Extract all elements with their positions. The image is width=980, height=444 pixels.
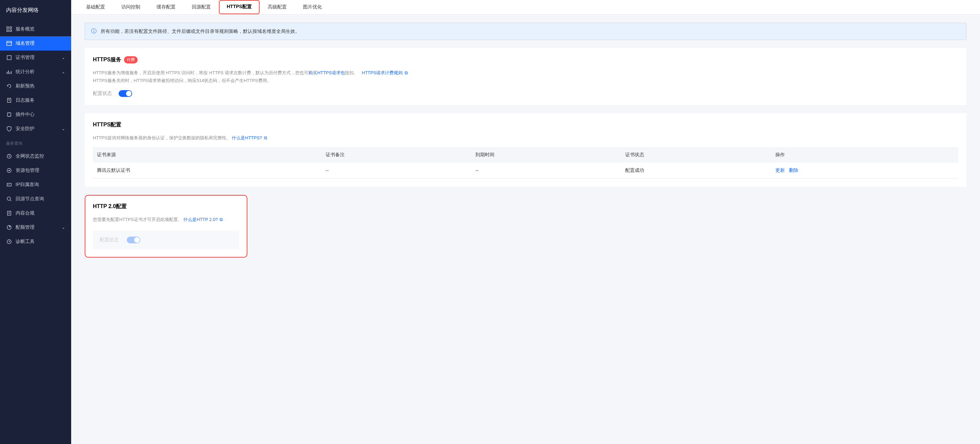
sidebar-item-label: 配额管理 — [16, 224, 35, 231]
plugin-icon — [6, 111, 12, 118]
sidebar-item-cert[interactable]: 证书管理 ⌄ — [0, 51, 71, 65]
sidebar-item-label: 统计分析 — [16, 69, 35, 75]
external-link-icon: ⧉ — [262, 135, 267, 140]
link-what-is-http2[interactable]: 什么是HTTP 2.0? — [183, 217, 218, 222]
config-row-https-service: 配置状态 — [93, 90, 958, 97]
card-https-config: HTTPS配置 HTTPS提供对网络服务器的身份认证，保护交换数据的隐私和完整性… — [85, 113, 966, 187]
sidebar-section-label: 服务查询 — [0, 136, 71, 149]
link-buy-https-package[interactable]: 购买HTTPS请求包 — [309, 70, 345, 75]
cert-icon — [6, 54, 12, 60]
sidebar-item-ip[interactable]: IP归属查询 — [0, 178, 71, 192]
desc-prefix: HTTPS服务为增值服务，开启后使用 HTTPS 访问时，将按 HTTPS 请求… — [93, 70, 309, 75]
compliance-icon — [6, 210, 12, 216]
sidebar-item-label: 证书管理 — [16, 54, 35, 60]
chevron-down-icon: ⌄ — [62, 55, 65, 60]
domain-icon — [6, 40, 12, 46]
tab-basic[interactable]: 基础配置 — [78, 0, 113, 14]
svg-rect-1 — [10, 27, 11, 29]
sidebar-item-compliance[interactable]: 内容合规 — [0, 206, 71, 220]
config-status-label: 配置状态 — [93, 91, 112, 97]
link-https-billing-rules[interactable]: HTTPS请求计费规则 — [362, 70, 403, 75]
monitor-icon — [6, 153, 12, 159]
sidebar-item-label: 日志服务 — [16, 97, 35, 103]
table-row: 腾讯云默认证书 -- -- 配置成功 更新 删除 — [93, 163, 958, 178]
sidebar-item-label: 诊断工具 — [16, 239, 35, 245]
sidebar-item-refresh[interactable]: 刷新预热 — [0, 79, 71, 93]
svg-rect-2 — [7, 30, 8, 32]
origin-icon — [6, 196, 12, 202]
action-update[interactable]: 更新 — [775, 167, 785, 173]
svg-rect-4 — [7, 41, 11, 45]
https-service-title: HTTPS服务 — [93, 56, 121, 64]
sidebar-item-label: 全网状态监控 — [16, 153, 44, 159]
sidebar-item-label: 回源节点查询 — [16, 196, 44, 202]
tab-advanced[interactable]: 高级配置 — [259, 0, 295, 14]
sidebar-item-label: 服务概览 — [16, 26, 35, 32]
svg-rect-13 — [8, 211, 11, 215]
sidebar-item-label: IP归属查询 — [16, 181, 39, 188]
td-cert-status: 配置成功 — [621, 163, 771, 178]
sidebar-item-label: 刷新预热 — [16, 83, 35, 89]
config-status-label: 配置状态 — [100, 237, 119, 243]
card-http2-highlight: HTTP 2.0配置 您需要先配置HTTPS证书才可开启此项配置。 什么是HTT… — [85, 195, 247, 257]
sidebar: 内容分发网络 服务概览 域名管理 证书管理 ⌄ 统计分析 ⌄ 刷新预热 — [0, 0, 71, 444]
desc-mid: 抵扣。 — [345, 70, 358, 75]
tab-https[interactable]: HTTPS配置 — [219, 0, 259, 14]
desc-text: HTTPS提供对网络服务器的身份认证，保护交换数据的隐私和完整性。 — [93, 135, 231, 140]
sidebar-item-package[interactable]: 资源包管理 — [0, 163, 71, 178]
link-what-is-https[interactable]: 什么是HTTPS? — [232, 135, 262, 140]
td-cert-remark: -- — [321, 163, 471, 178]
diagnose-icon — [6, 239, 12, 245]
http2-desc: 您需要先配置HTTPS证书才可开启此项配置。 什么是HTTP 2.0? ⧉ — [93, 216, 239, 223]
grid-icon — [6, 26, 12, 32]
svg-rect-5 — [7, 56, 11, 60]
https-config-title: HTTPS配置 — [93, 121, 121, 129]
svg-point-10 — [8, 170, 10, 171]
svg-rect-3 — [10, 30, 11, 32]
info-banner: ⓘ 所有功能，若没有配置文件路径、文件后缀或文件目录等规则策略，默认按域名维度全… — [85, 23, 966, 40]
sidebar-item-domain[interactable]: 域名管理 — [0, 36, 71, 51]
external-link-icon: ⧉ — [403, 70, 408, 75]
sidebar-item-diagnose[interactable]: 诊断工具 — [0, 234, 71, 249]
toggle-https-service[interactable] — [119, 90, 132, 97]
td-cert-source: 腾讯云默认证书 — [93, 163, 321, 178]
action-delete[interactable]: 删除 — [789, 167, 799, 173]
sidebar-item-label: 安全防护 — [16, 126, 35, 132]
sidebar-item-label: 资源包管理 — [16, 167, 39, 173]
table-header-row: 证书来源 证书备注 到期时间 证书状态 操作 — [93, 147, 958, 163]
ip-icon — [6, 181, 12, 188]
https-service-desc: HTTPS服务为增值服务，开启后使用 HTTPS 访问时，将按 HTTPS 请求… — [93, 69, 958, 85]
sidebar-item-overview[interactable]: 服务概览 — [0, 22, 71, 36]
sidebar-item-plugin[interactable]: 插件中心 — [0, 107, 71, 122]
chevron-down-icon: ⌄ — [62, 126, 65, 131]
toggle-http2[interactable] — [127, 237, 140, 243]
card-https-service: HTTPS服务 付费 HTTPS服务为增值服务，开启后使用 HTTPS 访问时，… — [85, 48, 966, 105]
th-expire: 到期时间 — [471, 147, 621, 163]
sidebar-item-label: 域名管理 — [16, 40, 35, 46]
tab-cache[interactable]: 缓存配置 — [148, 0, 184, 14]
sidebar-item-monitor[interactable]: 全网状态监控 — [0, 149, 71, 163]
external-link-icon: ⧉ — [219, 217, 223, 222]
chevron-down-icon: ⌄ — [62, 70, 65, 74]
desc-line2: HTTPS服务关闭时，HTTPS请求将被拒绝访问，响应514状态码，但不会产生H… — [93, 78, 271, 83]
sidebar-item-log[interactable]: 日志服务 — [0, 93, 71, 107]
content-area: ⓘ 所有功能，若没有配置文件路径、文件后缀或文件目录等规则策略，默认按域名维度全… — [71, 14, 980, 444]
tab-origin[interactable]: 回源配置 — [184, 0, 219, 14]
sidebar-item-stats[interactable]: 统计分析 ⌄ — [0, 65, 71, 79]
tab-access[interactable]: 访问控制 — [113, 0, 148, 14]
package-icon — [6, 167, 12, 173]
sidebar-item-origin[interactable]: 回源节点查询 — [0, 192, 71, 206]
tab-image[interactable]: 图片优化 — [295, 0, 330, 14]
th-cert-remark: 证书备注 — [321, 147, 471, 163]
card-title-https-service: HTTPS服务 付费 — [93, 56, 958, 64]
sidebar-title: 内容分发网络 — [0, 0, 71, 22]
cert-table: 证书来源 证书备注 到期时间 证书状态 操作 腾讯云默认证书 -- -- 配置成 — [93, 147, 958, 178]
td-expire: -- — [471, 163, 621, 178]
sidebar-item-security[interactable]: 安全防护 ⌄ — [0, 122, 71, 136]
main-content: 基础配置 访问控制 缓存配置 回源配置 HTTPS配置 高级配置 图片优化 ⓘ … — [71, 0, 980, 444]
sidebar-item-label: 内容合规 — [16, 210, 35, 216]
paid-badge: 付费 — [124, 56, 138, 64]
sidebar-item-quota[interactable]: 配额管理 ⌄ — [0, 220, 71, 234]
refresh-icon — [6, 83, 12, 89]
shield-icon — [6, 126, 12, 132]
